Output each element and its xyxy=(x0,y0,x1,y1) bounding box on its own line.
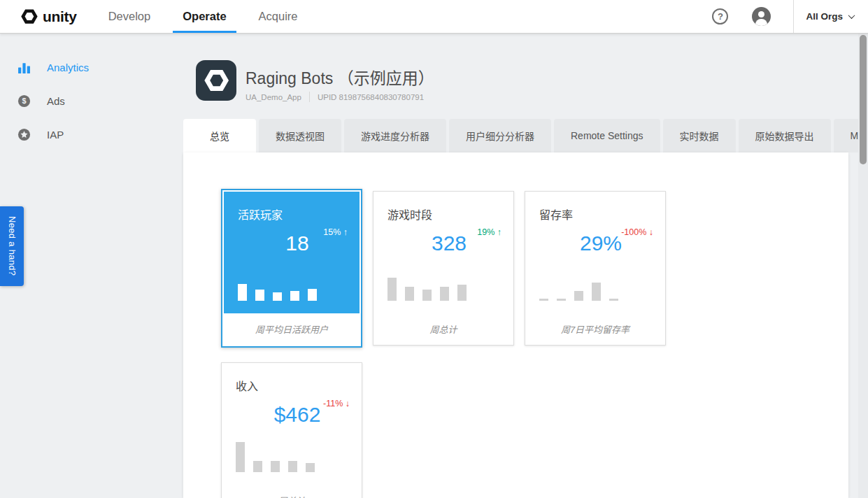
mini-bar-chart xyxy=(238,284,317,301)
tab-data-explorer[interactable]: 数据透视图 xyxy=(259,119,341,152)
sidebar-item-label: IAP xyxy=(47,129,64,141)
metric-title: 留存率 xyxy=(525,192,665,222)
primary-nav: DevelopOperateAcquire xyxy=(92,0,314,33)
unity-logo[interactable]: unity xyxy=(0,0,77,33)
svg-text:$: $ xyxy=(22,97,26,105)
bar xyxy=(308,289,317,301)
bar xyxy=(273,292,282,301)
bar xyxy=(255,290,264,301)
tab-funnel-analyzer[interactable]: 游戏进度分析器 xyxy=(344,119,446,152)
metric-card-revenue[interactable]: 收入 -11% ↓ $462 周总计 xyxy=(221,362,362,498)
bar xyxy=(306,463,315,472)
metric-value: 328 xyxy=(379,232,519,255)
metric-value: $462 xyxy=(227,403,367,427)
metric-card-sessions[interactable]: 游戏时段 19% ↑ 328 周总计 xyxy=(373,191,514,346)
tab-overview[interactable]: 总览 xyxy=(183,119,256,152)
tab-segment-builder[interactable]: 用户细分分析器 xyxy=(449,119,551,152)
nav-tab-develop[interactable]: Develop xyxy=(99,0,161,33)
sidebar-item-iap[interactable]: IAP xyxy=(0,118,182,151)
project-id: UA_Demo_App xyxy=(246,93,301,101)
bar xyxy=(387,278,397,301)
upid: UPID 8198756840830780791 xyxy=(318,93,424,101)
sidebar-item-ads[interactable]: $ Ads xyxy=(0,84,182,118)
mini-bar-chart xyxy=(236,442,315,472)
tab-label: 用户细分分析器 xyxy=(466,129,534,143)
sidebar: Analytics $ Ads IAP xyxy=(0,34,182,151)
bar xyxy=(457,285,467,301)
bar xyxy=(253,461,262,472)
account-avatar-icon[interactable] xyxy=(752,7,771,26)
bar xyxy=(236,442,245,472)
metric-cards: 活跃玩家 15% ↑ 18 周平均日活跃用户 游戏时段 19% ↑ 328 周总… xyxy=(221,189,683,498)
dollar-circle-icon: $ xyxy=(17,94,31,108)
tab-label: 数据透视图 xyxy=(276,129,325,143)
tab-label: 原始数据导出 xyxy=(755,129,814,143)
need-a-hand-tab[interactable]: Need a hand? xyxy=(0,206,24,286)
bar xyxy=(405,287,414,301)
app-icon xyxy=(196,60,236,101)
bar-chart-icon xyxy=(17,61,31,74)
top-nav: unity DevelopOperateAcquire ? All Orgs xyxy=(0,0,868,34)
content-panel: 活跃玩家 15% ↑ 18 周平均日活跃用户 游戏时段 19% ↑ 328 周总… xyxy=(183,152,848,498)
metric-title: 收入 xyxy=(222,363,362,394)
mini-bar-chart xyxy=(387,278,467,301)
sidebar-item-label: Analytics xyxy=(47,62,89,73)
bar xyxy=(574,291,583,301)
tab-remote-settings[interactable]: Remote Settings xyxy=(554,119,660,152)
nav-tab-operate[interactable]: Operate xyxy=(173,0,236,33)
unity-cube-icon xyxy=(202,66,230,94)
scrollbar-thumb[interactable] xyxy=(860,35,867,164)
app-header: Raging Bots （示例应用） UA_Demo_App UPID 8198… xyxy=(196,60,434,102)
org-switcher-label: All Orgs xyxy=(806,11,843,22)
tab-label: 总览 xyxy=(210,129,229,143)
sidebar-item-label: Ads xyxy=(47,95,65,107)
metric-card-retention[interactable]: 留存率 -100% ↓ 29% 周7日平均留存率 xyxy=(525,191,666,346)
bar xyxy=(592,283,601,301)
bar xyxy=(422,290,432,301)
unity-cube-icon xyxy=(20,7,38,26)
tab-raw-data-export[interactable]: 原始数据导出 xyxy=(739,119,831,152)
brand-wordmark: unity xyxy=(43,8,77,25)
bar xyxy=(271,461,280,472)
metric-caption: 周平均日活跃用户 xyxy=(224,313,360,345)
divider xyxy=(309,92,310,102)
tab-label: 实时数据 xyxy=(680,129,719,143)
metric-card-active-players[interactable]: 活跃玩家 15% ↑ 18 周平均日活跃用户 xyxy=(221,189,362,348)
mini-bar-chart xyxy=(539,283,618,301)
metric-value: 18 xyxy=(229,232,365,255)
sidebar-item-analytics[interactable]: Analytics xyxy=(0,50,182,84)
metric-title: 游戏时段 xyxy=(373,192,513,222)
star-circle-icon xyxy=(17,128,31,141)
bar xyxy=(539,299,548,301)
help-icon[interactable]: ? xyxy=(712,8,728,24)
page-title: Raging Bots （示例应用） xyxy=(246,65,434,89)
bar xyxy=(609,299,618,301)
bar xyxy=(290,291,299,301)
metric-title: 活跃玩家 xyxy=(224,192,360,222)
metric-caption: 周总计 xyxy=(222,485,362,498)
bar xyxy=(238,284,247,301)
tab-label: 游戏进度分析器 xyxy=(361,129,429,143)
metric-caption: 周总计 xyxy=(373,313,513,345)
bar xyxy=(440,287,449,301)
tab-label: Remote Settings xyxy=(571,130,643,141)
bar xyxy=(288,461,297,472)
scrollbar-track[interactable] xyxy=(858,34,868,498)
page-body: Analytics $ Ads IAP Need a hand? Raging … xyxy=(0,34,868,498)
org-switcher[interactable]: All Orgs xyxy=(793,0,868,33)
bar xyxy=(557,299,566,301)
nav-tab-acquire[interactable]: Acquire xyxy=(249,0,308,33)
tab-livestream[interactable]: 实时数据 xyxy=(663,119,736,152)
metric-caption: 周7日平均留存率 xyxy=(525,313,665,345)
metric-value: 29% xyxy=(531,232,671,255)
tab-strip: 总览 数据透视图 游戏进度分析器 用户细分分析器 Remote Settings… xyxy=(183,119,868,152)
chevron-down-icon xyxy=(848,12,855,19)
